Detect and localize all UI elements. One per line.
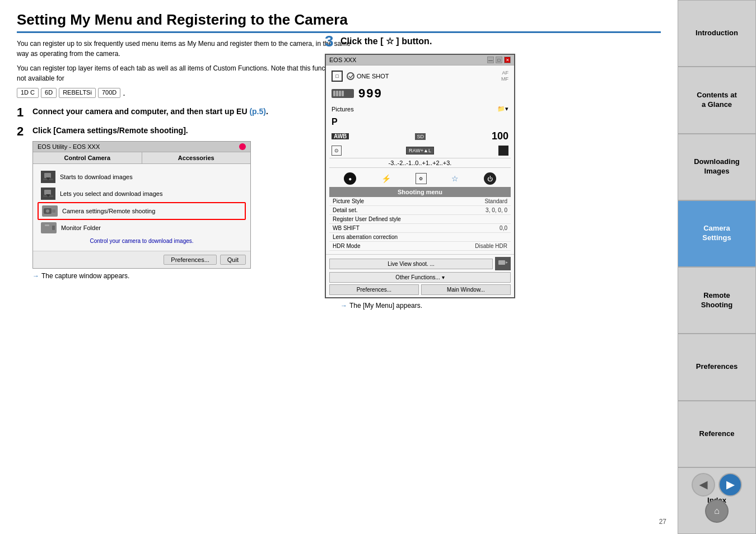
sidebar-item-remote-shooting[interactable]: RemoteShooting (678, 267, 756, 334)
menu-item-select-download-label: Lets you select and download images (60, 190, 162, 197)
cam-main-window-button[interactable]: Main Window... (421, 284, 511, 295)
pictures-label: Pictures (332, 106, 354, 113)
camera-footer: Preferences... Main Window... (329, 284, 511, 295)
raw-badge: RAW+▲L (406, 147, 434, 154)
camera-window: EOS XXX — □ ✕ □ ONE SHOT AF MF (325, 54, 515, 298)
raw-row: ⊙ RAW+▲L (329, 144, 511, 157)
menu-row-name-hdr-mode: HDR Mode (329, 242, 449, 251)
step-2-title: Click [Camera settings/Remote shooting]. (32, 125, 188, 135)
sidebar-item-contents[interactable]: Contents ata Glance (678, 67, 756, 133)
one-shot-label: ONE SHOT (357, 73, 389, 79)
svg-rect-16 (342, 91, 344, 96)
menu-row-name-wb-shift: WB SHIFT (329, 224, 449, 233)
step-1-link[interactable]: (p.5) (249, 107, 266, 116)
sidebar-label-camera-settings: CameraSettings (702, 224, 731, 243)
menu-row-name-picture-style: Picture Style (329, 197, 449, 206)
menu-row-detail-set: Detail set. 3, 0, 0, 0 (329, 206, 511, 215)
iso-value: 100 (492, 130, 508, 142)
page-title: Setting My Menu and Registering to the C… (17, 11, 661, 33)
badge-1dc: 1D C (17, 88, 39, 98)
menu-item-download-all[interactable]: Starts to download images (38, 168, 246, 185)
sidebar-item-camera-settings[interactable]: CameraSettings (678, 200, 756, 267)
menu-item-camera-settings-label: Camera settings/Remote shooting (62, 208, 155, 214)
menu-row-value-hdr-mode: Disable HDR (449, 242, 511, 251)
tab-control-camera[interactable]: Control Camera (33, 152, 142, 163)
nav-row: ◀ ▶ (692, 473, 742, 496)
menu-row-register-style: Register User Defined style (329, 215, 511, 224)
menu-row-name-detail-set: Detail set. (329, 206, 449, 215)
select-download-icon (41, 188, 55, 200)
camera-settings-icon (42, 205, 58, 217)
menu-row-name-lens-aberration: Lens aberration correction (329, 233, 449, 242)
menu-row-value-register-style (449, 215, 511, 224)
svg-rect-15 (339, 91, 341, 96)
close-button[interactable]: ✕ (504, 57, 511, 63)
minimize-button[interactable]: — (487, 57, 494, 63)
window-footer: Preferences... Quit (33, 251, 250, 268)
menu-row-lens-aberration: Lens aberration correction (329, 233, 511, 242)
menu-row-hdr-mode: HDR Mode Disable HDR (329, 242, 511, 251)
home-button[interactable]: ⌂ (705, 499, 729, 523)
live-view-row: Live View shoot. ... (329, 257, 511, 270)
sidebar-label-introduction: Introduction (696, 29, 738, 38)
eos-utility-titlebar: EOS Utility - EOS XXX (33, 142, 250, 152)
quit-button[interactable]: Quit (220, 255, 246, 265)
maximize-button[interactable]: □ (496, 57, 502, 63)
camera-body: □ ONE SHOT AF MF 999 (326, 65, 514, 254)
awb-badge: AWB (332, 133, 349, 139)
black-square (498, 146, 508, 156)
live-view-icon (495, 257, 511, 270)
window-controls: — □ ✕ (487, 57, 511, 63)
svg-rect-13 (333, 91, 335, 96)
menu-row-value-detail-set: 3, 0, 0, 0 (449, 206, 511, 215)
other-functions-button[interactable]: Other Functions... ▾ (329, 272, 511, 283)
camera-titlebar: EOS XXX — □ ✕ (326, 55, 514, 65)
svg-rect-14 (336, 91, 338, 96)
menu-row-value-picture-style: Standard (449, 197, 511, 206)
step-3-title: Click the [ ☆ ] button. (340, 36, 432, 48)
one-shot-area: ONE SHOT (346, 72, 389, 81)
awb-iso-row: AWB SD 100 (329, 129, 511, 143)
window-close-button[interactable] (239, 143, 246, 150)
sidebar-label-reference: Reference (699, 429, 735, 439)
next-button[interactable]: ▶ (718, 473, 742, 496)
monitor-folder-icon (41, 222, 57, 233)
sidebar-label-contents: Contents ata Glance (697, 91, 737, 110)
sidebar-label-downloading: DownloadingImages (694, 157, 740, 176)
cam-row1: □ ONE SHOT AF MF (329, 69, 511, 83)
pictures-icon: 📁▾ (497, 105, 508, 113)
menu-item-camera-settings[interactable]: Camera settings/Remote shooting (38, 202, 246, 220)
sidebar-item-reference[interactable]: Reference (678, 401, 756, 467)
menu-item-monitor-folder[interactable]: Monitor Folder (38, 220, 246, 236)
tab-accessories[interactable]: Accessories (142, 152, 251, 163)
menu-row-value-wb-shift: 0,0 (449, 224, 511, 233)
cam-preferences-button[interactable]: Preferences... (329, 284, 419, 295)
metering-icon: ⊙ (332, 146, 342, 156)
menu-item-select-download[interactable]: Lets you select and download images (38, 185, 246, 202)
intro-text-1: You can register up to six frequently us… (17, 39, 353, 59)
window-body: Starts to download images Lets you selec… (33, 164, 250, 251)
live-view-button[interactable]: Live View shoot. ... (329, 259, 493, 269)
svg-rect-0 (44, 173, 51, 178)
window-tabs: Control Camera Accessories (33, 152, 250, 164)
svg-rect-8 (52, 209, 55, 213)
eos-utility-title: EOS Utility - EOS XXX (38, 143, 100, 150)
step-1-number: 1 (17, 106, 28, 119)
prev-button[interactable]: ◀ (692, 473, 715, 496)
camera-title: EOS XXX (329, 57, 356, 63)
badge-rebelt5i: REBELTSi (59, 88, 96, 98)
page-number: 27 (659, 518, 666, 526)
preferences-button[interactable]: Preferences... (164, 255, 216, 265)
shooting-menu-table: Picture Style Standard Detail set. 3, 0,… (329, 197, 511, 251)
navigation-arrows: ◀ ▶ ⌂ (678, 473, 756, 523)
mode-icon: □ (332, 71, 343, 82)
sidebar-item-preferences[interactable]: Preferences (678, 334, 756, 400)
intro-text-2: You can register top layer items of each… (17, 63, 353, 83)
battery-grid-icon (332, 89, 354, 98)
sd-icon: SD (415, 133, 426, 140)
shots-row: 999 (329, 85, 511, 102)
sidebar-item-downloading[interactable]: DownloadingImages (678, 134, 756, 200)
sidebar-item-introduction[interactable]: Introduction (678, 0, 756, 67)
other-functions-label: Other Functions... (395, 274, 440, 280)
menu-row-wb-shift: WB SHIFT 0,0 (329, 224, 511, 233)
